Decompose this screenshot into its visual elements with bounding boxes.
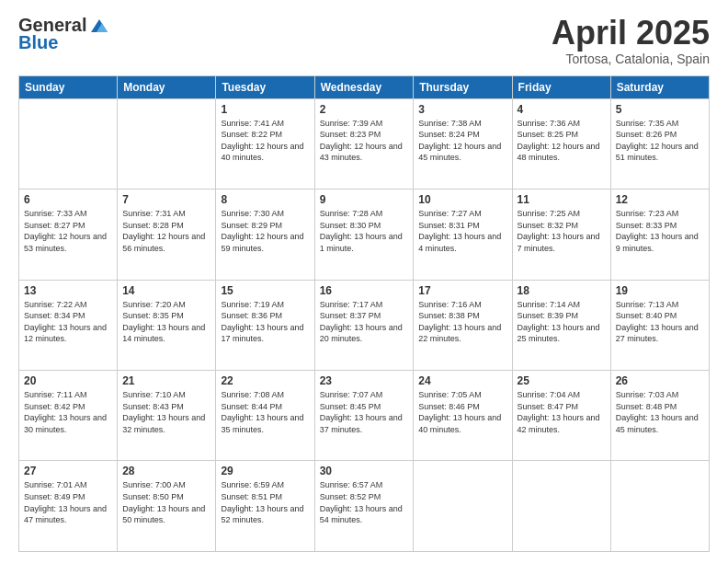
header: General Blue April 2025 Tortosa, Catalon… bbox=[18, 15, 710, 66]
col-monday: Monday bbox=[118, 75, 216, 98]
table-row: 15Sunrise: 7:19 AM Sunset: 8:36 PM Dayli… bbox=[216, 280, 314, 370]
logo-icon bbox=[89, 16, 109, 36]
table-row: 5Sunrise: 7:35 AM Sunset: 8:26 PM Daylig… bbox=[610, 98, 709, 189]
day-info: Sunrise: 7:03 AM Sunset: 8:48 PM Dayligh… bbox=[616, 389, 704, 435]
table-row: 7Sunrise: 7:31 AM Sunset: 8:28 PM Daylig… bbox=[118, 190, 216, 280]
day-number: 3 bbox=[418, 103, 506, 116]
day-number: 10 bbox=[418, 193, 506, 206]
month-title: April 2025 bbox=[552, 15, 710, 52]
col-saturday: Saturday bbox=[610, 75, 709, 98]
day-number: 29 bbox=[221, 465, 309, 477]
title-section: April 2025 Tortosa, Catalonia, Spain bbox=[552, 15, 710, 66]
table-row: 22Sunrise: 7:08 AM Sunset: 8:44 PM Dayli… bbox=[216, 371, 314, 461]
day-info: Sunrise: 6:59 AM Sunset: 8:51 PM Dayligh… bbox=[221, 479, 309, 525]
day-number: 12 bbox=[616, 193, 704, 206]
day-info: Sunrise: 7:31 AM Sunset: 8:28 PM Dayligh… bbox=[122, 208, 210, 254]
day-info: Sunrise: 7:39 AM Sunset: 8:23 PM Dayligh… bbox=[320, 118, 409, 164]
day-number: 21 bbox=[122, 374, 210, 387]
table-row: 30Sunrise: 6:57 AM Sunset: 8:52 PM Dayli… bbox=[314, 461, 414, 552]
day-info: Sunrise: 6:57 AM Sunset: 8:52 PM Dayligh… bbox=[320, 479, 409, 525]
table-row: 14Sunrise: 7:20 AM Sunset: 8:35 PM Dayli… bbox=[118, 280, 216, 370]
day-info: Sunrise: 7:25 AM Sunset: 8:32 PM Dayligh… bbox=[518, 208, 606, 254]
table-row: 4Sunrise: 7:36 AM Sunset: 8:25 PM Daylig… bbox=[512, 98, 610, 189]
day-number: 11 bbox=[518, 193, 606, 206]
day-info: Sunrise: 7:08 AM Sunset: 8:44 PM Dayligh… bbox=[221, 389, 309, 435]
day-number: 14 bbox=[122, 284, 210, 297]
table-row: 13Sunrise: 7:22 AM Sunset: 8:34 PM Dayli… bbox=[19, 280, 118, 370]
day-info: Sunrise: 7:27 AM Sunset: 8:31 PM Dayligh… bbox=[418, 208, 506, 254]
day-number: 4 bbox=[518, 103, 606, 116]
day-info: Sunrise: 7:11 AM Sunset: 8:42 PM Dayligh… bbox=[24, 389, 112, 435]
calendar-header-row: Sunday Monday Tuesday Wednesday Thursday… bbox=[19, 75, 710, 98]
day-info: Sunrise: 7:19 AM Sunset: 8:36 PM Dayligh… bbox=[221, 299, 309, 345]
table-row: 21Sunrise: 7:10 AM Sunset: 8:43 PM Dayli… bbox=[118, 371, 216, 461]
day-info: Sunrise: 7:23 AM Sunset: 8:33 PM Dayligh… bbox=[616, 208, 704, 254]
table-row: 12Sunrise: 7:23 AM Sunset: 8:33 PM Dayli… bbox=[610, 190, 709, 280]
table-row: 9Sunrise: 7:28 AM Sunset: 8:30 PM Daylig… bbox=[314, 190, 414, 280]
table-row: 23Sunrise: 7:07 AM Sunset: 8:45 PM Dayli… bbox=[314, 371, 414, 461]
table-row: 20Sunrise: 7:11 AM Sunset: 8:42 PM Dayli… bbox=[19, 371, 118, 461]
day-info: Sunrise: 7:16 AM Sunset: 8:38 PM Dayligh… bbox=[418, 299, 506, 345]
table-row: 17Sunrise: 7:16 AM Sunset: 8:38 PM Dayli… bbox=[414, 280, 512, 370]
day-info: Sunrise: 7:04 AM Sunset: 8:47 PM Dayligh… bbox=[518, 389, 606, 435]
table-row: 27Sunrise: 7:01 AM Sunset: 8:49 PM Dayli… bbox=[19, 461, 118, 552]
day-number: 19 bbox=[616, 284, 704, 297]
logo: General Blue bbox=[18, 15, 109, 53]
col-sunday: Sunday bbox=[19, 75, 118, 98]
table-row: 8Sunrise: 7:30 AM Sunset: 8:29 PM Daylig… bbox=[216, 190, 314, 280]
col-friday: Friday bbox=[512, 75, 610, 98]
day-info: Sunrise: 7:36 AM Sunset: 8:25 PM Dayligh… bbox=[518, 118, 606, 164]
location-subtitle: Tortosa, Catalonia, Spain bbox=[552, 52, 710, 66]
day-number: 24 bbox=[418, 374, 506, 387]
day-number: 25 bbox=[518, 374, 606, 387]
table-row: 25Sunrise: 7:04 AM Sunset: 8:47 PM Dayli… bbox=[512, 371, 610, 461]
day-info: Sunrise: 7:35 AM Sunset: 8:26 PM Dayligh… bbox=[616, 118, 704, 164]
day-number: 7 bbox=[122, 193, 210, 206]
table-row: 2Sunrise: 7:39 AM Sunset: 8:23 PM Daylig… bbox=[314, 98, 414, 189]
table-row: 11Sunrise: 7:25 AM Sunset: 8:32 PM Dayli… bbox=[512, 190, 610, 280]
day-info: Sunrise: 7:20 AM Sunset: 8:35 PM Dayligh… bbox=[122, 299, 210, 345]
day-info: Sunrise: 7:22 AM Sunset: 8:34 PM Dayligh… bbox=[24, 299, 112, 345]
day-number: 16 bbox=[320, 284, 409, 297]
table-row: 26Sunrise: 7:03 AM Sunset: 8:48 PM Dayli… bbox=[610, 371, 709, 461]
table-row bbox=[118, 98, 216, 189]
day-info: Sunrise: 7:28 AM Sunset: 8:30 PM Dayligh… bbox=[320, 208, 409, 254]
table-row: 28Sunrise: 7:00 AM Sunset: 8:50 PM Dayli… bbox=[118, 461, 216, 552]
day-number: 18 bbox=[518, 284, 606, 297]
col-wednesday: Wednesday bbox=[314, 75, 414, 98]
table-row: 19Sunrise: 7:13 AM Sunset: 8:40 PM Dayli… bbox=[610, 280, 709, 370]
day-number: 15 bbox=[221, 284, 309, 297]
day-number: 26 bbox=[616, 374, 704, 387]
day-number: 1 bbox=[221, 103, 309, 116]
day-number: 22 bbox=[221, 374, 309, 387]
day-number: 20 bbox=[24, 374, 112, 387]
day-info: Sunrise: 7:00 AM Sunset: 8:50 PM Dayligh… bbox=[122, 479, 210, 525]
day-number: 8 bbox=[221, 193, 309, 206]
day-number: 2 bbox=[320, 103, 409, 116]
logo-blue-text: Blue bbox=[18, 32, 58, 53]
day-number: 9 bbox=[320, 193, 409, 206]
table-row: 3Sunrise: 7:38 AM Sunset: 8:24 PM Daylig… bbox=[414, 98, 512, 189]
day-number: 13 bbox=[24, 284, 112, 297]
day-info: Sunrise: 7:10 AM Sunset: 8:43 PM Dayligh… bbox=[122, 389, 210, 435]
col-thursday: Thursday bbox=[414, 75, 512, 98]
day-info: Sunrise: 7:13 AM Sunset: 8:40 PM Dayligh… bbox=[616, 299, 704, 345]
day-info: Sunrise: 7:30 AM Sunset: 8:29 PM Dayligh… bbox=[221, 208, 309, 254]
table-row: 1Sunrise: 7:41 AM Sunset: 8:22 PM Daylig… bbox=[216, 98, 314, 189]
day-number: 17 bbox=[418, 284, 506, 297]
table-row: 10Sunrise: 7:27 AM Sunset: 8:31 PM Dayli… bbox=[414, 190, 512, 280]
day-info: Sunrise: 7:07 AM Sunset: 8:45 PM Dayligh… bbox=[320, 389, 409, 435]
day-info: Sunrise: 7:05 AM Sunset: 8:46 PM Dayligh… bbox=[418, 389, 506, 435]
calendar-table: Sunday Monday Tuesday Wednesday Thursday… bbox=[18, 75, 710, 552]
day-number: 23 bbox=[320, 374, 409, 387]
day-number: 5 bbox=[616, 103, 704, 116]
day-info: Sunrise: 7:14 AM Sunset: 8:39 PM Dayligh… bbox=[518, 299, 606, 345]
table-row: 24Sunrise: 7:05 AM Sunset: 8:46 PM Dayli… bbox=[414, 371, 512, 461]
table-row bbox=[512, 461, 610, 552]
day-number: 6 bbox=[24, 193, 112, 206]
day-info: Sunrise: 7:33 AM Sunset: 8:27 PM Dayligh… bbox=[24, 208, 112, 254]
day-info: Sunrise: 7:38 AM Sunset: 8:24 PM Dayligh… bbox=[418, 118, 506, 164]
day-info: Sunrise: 7:17 AM Sunset: 8:37 PM Dayligh… bbox=[320, 299, 409, 345]
day-number: 30 bbox=[320, 465, 409, 477]
col-tuesday: Tuesday bbox=[216, 75, 314, 98]
